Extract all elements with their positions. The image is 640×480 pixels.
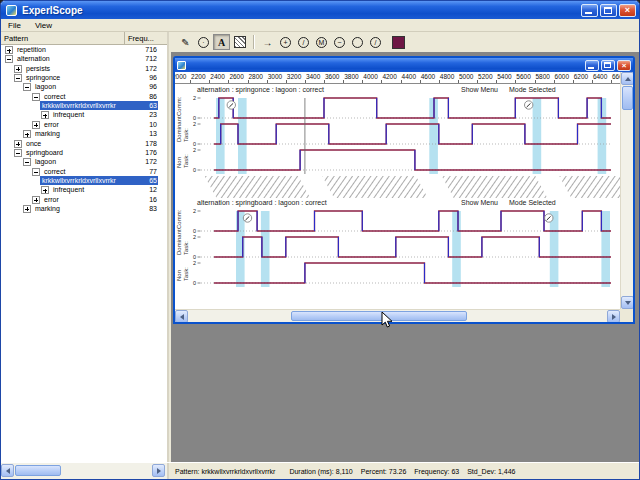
- maximize-button[interactable]: [600, 4, 617, 17]
- scroll-left-button[interactable]: [175, 310, 188, 322]
- tree-node-label[interactable]: infrequent: [52, 111, 85, 118]
- show-menu-button[interactable]: Show Menu: [461, 199, 498, 206]
- tree-row[interactable]: correct86: [1, 92, 167, 101]
- horizontal-scroll-thumb[interactable]: [291, 311, 467, 321]
- column-header-frequency[interactable]: Frequ...: [125, 32, 167, 44]
- tree-node-label[interactable]: lagoon: [34, 158, 57, 165]
- tree-node-label[interactable]: springboard: [25, 149, 64, 156]
- timeline-close-button[interactable]: ×: [617, 60, 631, 71]
- scroll-right-button[interactable]: [607, 310, 620, 322]
- tree-expand-icon[interactable]: [41, 111, 49, 119]
- column-header-pattern[interactable]: Pattern: [1, 32, 125, 44]
- tree-collapse-icon[interactable]: [23, 158, 31, 166]
- timeline-maximize-button[interactable]: [601, 60, 615, 71]
- tree-node-label[interactable]: repetition: [16, 46, 47, 53]
- tree-node-label[interactable]: error: [43, 121, 60, 128]
- horizontal-scrollbar[interactable]: [175, 309, 620, 322]
- wave-tool-icon[interactable]: ~: [331, 34, 348, 50]
- vertical-scroll-thumb[interactable]: [622, 86, 633, 110]
- no-ink-tool-icon[interactable]: /: [295, 34, 312, 50]
- tree-collapse-icon[interactable]: [32, 93, 40, 101]
- chart-plot[interactable]: 20Comm:20DominantTask:20NonTask:: [175, 96, 622, 176]
- scroll-down-button[interactable]: [621, 296, 633, 309]
- tree-row[interactable]: krkkwllxvrrkrldxvrllxvrrkr65: [1, 176, 167, 185]
- tree-row[interactable]: marking13: [1, 129, 167, 138]
- tree-scroll-right-button[interactable]: [152, 464, 165, 477]
- tree-row[interactable]: error10: [1, 120, 167, 129]
- scroll-up-button[interactable]: [621, 72, 633, 85]
- close-button[interactable]: ×: [619, 4, 636, 17]
- gesture-tool-icon[interactable]: ·: [195, 34, 212, 50]
- tree-row[interactable]: lagoon172: [1, 157, 167, 166]
- tree-node-label[interactable]: lagoon: [34, 83, 57, 90]
- tree-collapse-icon[interactable]: [14, 149, 22, 157]
- tree-node-label[interactable]: marking: [34, 205, 61, 212]
- ruler-tick: [228, 80, 229, 83]
- tree-expand-icon[interactable]: [32, 121, 40, 129]
- status-pattern-label: Pattern:: [175, 468, 200, 475]
- vertical-scrollbar[interactable]: [620, 72, 633, 309]
- tree-node-label[interactable]: persists: [25, 65, 51, 72]
- timeline-minimize-button[interactable]: [585, 60, 599, 71]
- mode-selected-button[interactable]: Mode Selected: [509, 86, 556, 93]
- tree-node-label[interactable]: marking: [34, 130, 61, 137]
- tree-expand-icon[interactable]: [41, 186, 49, 194]
- tree-node-label[interactable]: krkkwllxvrrkrldxvrllxvrrkr: [41, 177, 117, 184]
- tree-expand-icon[interactable]: [14, 140, 22, 148]
- color-swatch-icon[interactable]: [392, 36, 405, 49]
- tree-node-label[interactable]: alternation: [16, 55, 51, 62]
- mode-selected-button[interactable]: Mode Selected: [509, 199, 556, 206]
- marking-tool-icon[interactable]: M: [313, 34, 330, 50]
- window-titlebar: ExperIScope ×: [1, 1, 639, 19]
- chart-plot[interactable]: 20Comm:20DominantTask:20NonTask:: [175, 209, 622, 289]
- tree-horizontal-scrollbar[interactable]: [1, 463, 169, 479]
- tree-expand-icon[interactable]: [5, 46, 13, 54]
- ruler-label: 4000: [363, 73, 377, 80]
- tree-row[interactable]: alternation712: [1, 54, 167, 63]
- tree-collapse-icon[interactable]: [14, 74, 22, 82]
- ruler-label: 5000: [459, 73, 473, 80]
- minimize-button[interactable]: [581, 4, 598, 17]
- menu-view[interactable]: View: [28, 19, 59, 31]
- tree-node-frequency: 172: [129, 158, 157, 165]
- stylus-tool-icon[interactable]: ✎: [177, 34, 194, 50]
- tree-collapse-icon[interactable]: [23, 83, 31, 91]
- tree-row[interactable]: persists172: [1, 64, 167, 73]
- tree-collapse-icon[interactable]: [32, 168, 40, 176]
- pattern-tool-icon[interactable]: [231, 34, 248, 50]
- tree-scroll-thumb[interactable]: [15, 465, 61, 476]
- tree-node-label[interactable]: krkkwllxvrrkrldxvrllxvrrkr: [41, 102, 117, 109]
- tree-row[interactable]: springboard176: [1, 148, 167, 157]
- tree-node-label[interactable]: springonce: [25, 74, 61, 81]
- tree-row[interactable]: infrequent12: [1, 185, 167, 194]
- tree-node-label[interactable]: error: [43, 196, 60, 203]
- circle-tool-icon[interactable]: [349, 34, 366, 50]
- tree-scroll-left-button[interactable]: [1, 464, 14, 477]
- ruler-tick: [209, 80, 210, 83]
- tree-row[interactable]: marking83: [1, 204, 167, 213]
- tree-collapse-icon[interactable]: [5, 55, 13, 63]
- tree-expand-icon[interactable]: [32, 196, 40, 204]
- tree-row[interactable]: repetition716: [1, 45, 167, 54]
- tree-row[interactable]: lagoon96: [1, 82, 167, 91]
- tree-row[interactable]: error16: [1, 195, 167, 204]
- arrow-tool-icon[interactable]: →: [259, 34, 276, 50]
- tree-row[interactable]: springonce96: [1, 73, 167, 82]
- slash-tool-icon[interactable]: /: [367, 34, 384, 50]
- menu-file[interactable]: File: [1, 19, 28, 31]
- tree-expand-icon[interactable]: [23, 205, 31, 213]
- tree-row[interactable]: correct77: [1, 167, 167, 176]
- tree-node-label[interactable]: correct: [43, 168, 66, 175]
- show-menu-button[interactable]: Show Menu: [461, 86, 498, 93]
- ruler-tick: [401, 80, 402, 83]
- tree-row[interactable]: once178: [1, 139, 167, 148]
- text-tool-icon[interactable]: A: [213, 34, 230, 50]
- tree-node-label[interactable]: correct: [43, 93, 66, 100]
- tree-row[interactable]: infrequent23: [1, 110, 167, 119]
- tree-expand-icon[interactable]: [23, 130, 31, 138]
- tree-node-label[interactable]: infrequent: [52, 186, 85, 193]
- tree-expand-icon[interactable]: [14, 65, 22, 73]
- tree-row[interactable]: krkkwllxvrrkrldxvrllxvrrkr63: [1, 101, 167, 110]
- crossing-tool-icon[interactable]: +: [277, 34, 294, 50]
- tree-node-label[interactable]: once: [25, 140, 42, 147]
